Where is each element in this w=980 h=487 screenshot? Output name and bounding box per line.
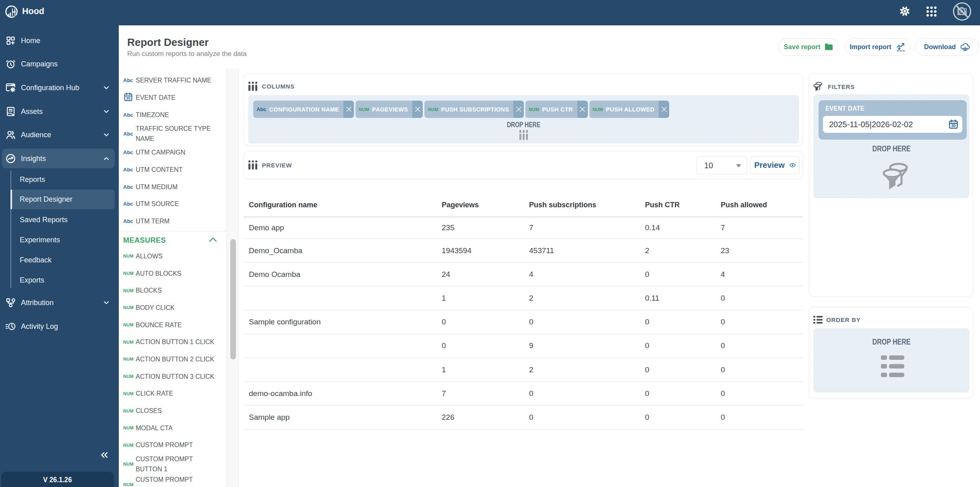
svg-text:30: 30 — [126, 96, 130, 100]
svg-text:30: 30 — [951, 124, 956, 128]
